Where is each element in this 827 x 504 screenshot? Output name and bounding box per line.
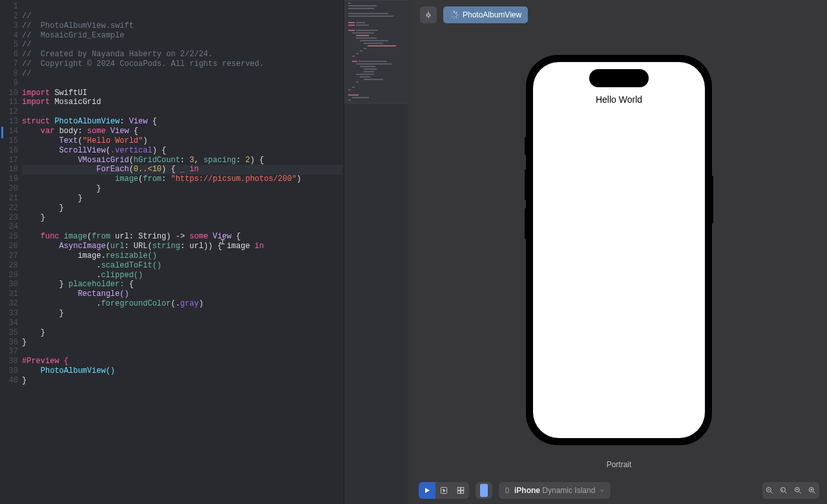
svg-line-7 bbox=[452, 12, 453, 14]
grid-spacing: 2 bbox=[246, 156, 250, 165]
zoom-group: 1 bbox=[762, 482, 819, 499]
phone-icon bbox=[504, 486, 510, 495]
placeholder-label: placeholder: bbox=[68, 280, 124, 289]
preview-call: PhotoAlbumView() bbox=[41, 366, 115, 375]
mod-resizable: resizable() bbox=[106, 251, 157, 260]
svg-rect-13 bbox=[461, 491, 464, 494]
mod-scaledtofit: scaledToFit() bbox=[101, 261, 162, 270]
device-name-rest: Dynamic Island bbox=[542, 486, 595, 495]
zoom-fit-button[interactable]: 1 bbox=[777, 482, 791, 499]
dynamic-island bbox=[589, 69, 649, 87]
code-editor[interactable]: 1234567891011121314151617181920212223242… bbox=[0, 0, 411, 504]
svg-line-20 bbox=[785, 492, 787, 494]
mute-switch bbox=[525, 137, 527, 155]
change-marker bbox=[1, 127, 3, 138]
func-name: image bbox=[64, 232, 87, 241]
line-gutter: 1234567891011121314151617181920212223242… bbox=[0, 0, 22, 504]
preview-on-device-button[interactable] bbox=[476, 482, 492, 499]
volume-down bbox=[525, 208, 527, 239]
zoom-actual-button[interactable] bbox=[791, 482, 805, 499]
preview-mode-group bbox=[419, 482, 469, 499]
text-literal: "Hello World" bbox=[83, 136, 143, 145]
svg-line-27 bbox=[813, 492, 815, 494]
pin-button[interactable] bbox=[420, 6, 437, 23]
zoom-fit-icon: 1 bbox=[779, 486, 788, 495]
svg-rect-12 bbox=[457, 491, 460, 494]
zoom-in-icon bbox=[808, 486, 817, 495]
live-preview-button[interactable] bbox=[419, 482, 435, 499]
preview-canvas[interactable]: PhotoAlbumView Hello World Portrait bbox=[411, 0, 827, 504]
chevron-down-icon bbox=[599, 486, 605, 495]
rectangle-call: Rectangle() bbox=[78, 289, 129, 299]
svg-line-17 bbox=[771, 492, 773, 494]
device-send-icon bbox=[476, 482, 492, 499]
struct-name: PhotoAlbumView bbox=[54, 117, 120, 126]
svg-text:1: 1 bbox=[782, 488, 784, 492]
device-name-strong: iPhone bbox=[514, 486, 540, 495]
svg-rect-11 bbox=[461, 487, 464, 490]
variants-preview-button[interactable] bbox=[452, 482, 469, 499]
preview-macro: #Preview { bbox=[22, 357, 68, 366]
import-swiftui: SwiftUI bbox=[54, 89, 87, 98]
phone-frame: Hello World bbox=[527, 56, 711, 445]
device-selector[interactable]: iPhone Dynamic Island bbox=[499, 482, 611, 499]
preview-chip[interactable]: PhotoAlbumView bbox=[443, 6, 528, 23]
file-copyright: Copyright © 2024 CocoaPods. All rights r… bbox=[41, 59, 264, 68]
scroll-axis: .vertical bbox=[110, 146, 152, 155]
hello-world-label: Hello World bbox=[533, 94, 705, 105]
protocol-name: View bbox=[129, 117, 148, 126]
zoom-100-icon bbox=[793, 486, 802, 495]
loading-spinner-icon bbox=[450, 10, 459, 19]
image-url: "https://picsum.photos/200" bbox=[171, 174, 296, 184]
device-preview[interactable]: Hello World bbox=[527, 56, 711, 445]
zoom-out-icon bbox=[765, 486, 774, 495]
svg-rect-10 bbox=[457, 487, 460, 490]
cursor-rect-icon bbox=[439, 486, 448, 495]
grid-icon bbox=[456, 486, 465, 495]
mod-clipped: clipped() bbox=[101, 271, 143, 280]
power-button bbox=[711, 176, 713, 224]
preview-chip-label: PhotoAlbumView bbox=[463, 10, 521, 19]
svg-marker-8 bbox=[425, 488, 430, 493]
svg-line-23 bbox=[799, 492, 801, 494]
pin-icon bbox=[424, 10, 433, 19]
minimap[interactable] bbox=[344, 0, 411, 504]
play-icon bbox=[423, 486, 432, 495]
svg-line-5 bbox=[452, 16, 453, 17]
phone-screen: Hello World bbox=[533, 62, 705, 438]
selectable-preview-button[interactable] bbox=[435, 482, 452, 499]
zoom-out-button[interactable] bbox=[762, 482, 777, 499]
zoom-in-button[interactable] bbox=[805, 482, 819, 499]
foreach-range: 0..<10 bbox=[134, 165, 162, 174]
import-mosaicgrid: MosaicGrid bbox=[54, 98, 101, 107]
orientation-label: Portrait bbox=[607, 460, 632, 469]
file-project: MosaicGrid_Example bbox=[41, 31, 125, 40]
volume-up bbox=[525, 169, 527, 200]
svg-line-1 bbox=[455, 12, 457, 14]
svg-line-3 bbox=[455, 16, 457, 17]
svg-rect-15 bbox=[506, 488, 508, 493]
preview-toolbar: iPhone Dynamic Island 1 bbox=[411, 482, 827, 499]
file-name: PhotoAlbumView.swift bbox=[41, 21, 134, 30]
file-author: Created by Nayanda Haberty on 2/2/24. bbox=[41, 50, 213, 59]
